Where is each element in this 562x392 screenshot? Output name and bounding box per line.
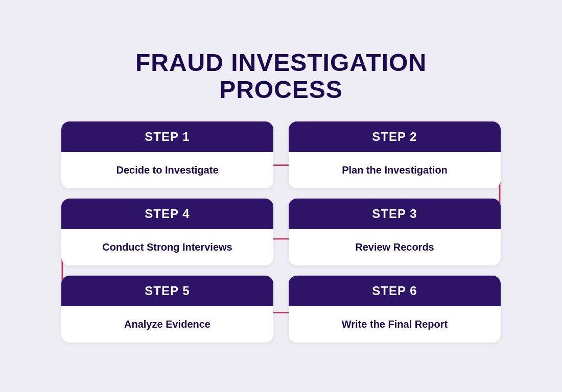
step-1-description: Decide to Investigate xyxy=(61,152,273,188)
step-4-description: Conduct Strong Interviews xyxy=(61,229,273,265)
step-6-description: Write the Final Report xyxy=(289,306,501,342)
step-2-card: STEP 2 Plan the Investigation xyxy=(289,121,501,188)
step-3-card: STEP 3 Review Records xyxy=(289,199,501,265)
step-4-card: STEP 4 Conduct Strong Interviews xyxy=(61,199,273,265)
step-5-header: STEP 5 xyxy=(61,276,273,306)
step-3-header: STEP 3 xyxy=(289,199,501,229)
step-6-header: STEP 6 xyxy=(289,276,501,306)
step-1-header: STEP 1 xyxy=(61,121,273,152)
step-1-card: STEP 1 Decide to Investigate xyxy=(61,121,273,188)
step-6-card: STEP 6 Write the Final Report xyxy=(289,276,501,342)
step-5-description: Analyze Evidence xyxy=(61,306,273,342)
steps-grid: STEP 1 Decide to Investigate STEP 2 Plan… xyxy=(61,121,501,342)
step-2-description: Plan the Investigation xyxy=(289,152,501,188)
step-2-header: STEP 2 xyxy=(289,121,501,152)
process-diagram: STEP 1 Decide to Investigate STEP 2 Plan… xyxy=(61,121,501,342)
step-5-card: STEP 5 Analyze Evidence xyxy=(61,276,273,342)
step-3-description: Review Records xyxy=(289,229,501,265)
page-title: FRAUD INVESTIGATION PROCESS xyxy=(135,50,427,104)
step-4-header: STEP 4 xyxy=(61,199,273,229)
